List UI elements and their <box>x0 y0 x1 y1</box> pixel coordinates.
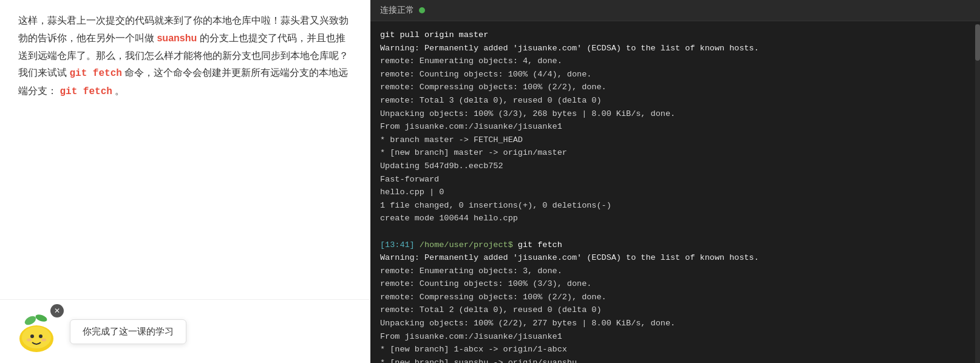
text-period: 。 <box>115 86 124 96</box>
terminal-line: remote: Enumerating objects: 3, done. <box>380 265 970 278</box>
terminal-line: From jisuanke.com:/Jisuanke/jisuanke1 <box>380 330 970 344</box>
terminal-line <box>380 225 970 239</box>
terminal-line: Warning: Permanently added 'jisuanke.com… <box>380 42 970 55</box>
code-git-fetch-2: git fetch <box>60 86 112 97</box>
terminal-line: remote: Compressing objects: 100% (2/2),… <box>380 291 970 304</box>
terminal-line: hello.cpp | 0 <box>380 186 970 199</box>
highlight-suanshu: suanshu <box>157 33 197 43</box>
code-git-fetch-1: git fetch <box>69 68 121 79</box>
terminal-panel: 连接正常 git pull origin masterWarning: Perm… <box>370 0 980 363</box>
terminal-line: git pull origin master <box>380 29 970 42</box>
scrollbar-thumb[interactable] <box>975 24 980 61</box>
terminal-line: * [new branch] master -> origin/master <box>380 146 970 160</box>
terminal-line: create mode 100644 hello.cpp <box>380 212 970 225</box>
terminal-line: * branch master -> FETCH_HEAD <box>380 134 970 147</box>
svg-point-4 <box>30 334 34 338</box>
terminal-line: remote: Counting objects: 100% (3/3), do… <box>380 277 970 291</box>
bottom-notification: ✕ 你完成了这一课的学习 <box>0 299 370 363</box>
mascot-container: ✕ <box>12 307 61 356</box>
terminal-line: Updating 5d47d9b..eecb752 <box>380 160 970 173</box>
terminal-line: From jisuanke.com:/Jisuanke/jisuanke1 <box>380 120 970 134</box>
svg-point-3 <box>35 313 48 323</box>
terminal-line: [13:41] /home/user/project$ git fetch <box>380 239 970 252</box>
terminal-line: 1 file changed, 0 insertions(+), 0 delet… <box>380 199 970 212</box>
terminal-line: remote: Total 3 (delta 0), reused 0 (del… <box>380 94 970 107</box>
terminal-line: Unpacking objects: 100% (3/3), 268 bytes… <box>380 107 970 121</box>
notification-text: 你完成了这一课的学习 <box>70 319 186 344</box>
svg-point-1 <box>22 327 51 348</box>
terminal-line: remote: Counting objects: 100% (4/4), do… <box>380 68 970 81</box>
terminal-line: * [new branch] 1-abcx -> origin/1-abcx <box>380 343 970 356</box>
terminal-title: 连接正常 <box>380 5 414 16</box>
terminal-line: Fast-forward <box>380 173 970 186</box>
terminal-line: * [new branch] suanshu -> origin/suanshu <box>380 356 970 363</box>
terminal-body[interactable]: git pull origin masterWarning: Permanent… <box>370 21 980 363</box>
svg-point-5 <box>39 334 43 338</box>
svg-point-7 <box>41 339 46 342</box>
terminal-line: remote: Total 2 (delta 0), reused 0 (del… <box>380 304 970 317</box>
terminal-header: 连接正常 <box>370 0 980 21</box>
svg-point-6 <box>27 339 32 342</box>
close-button[interactable]: ✕ <box>50 304 64 317</box>
connection-status-dot <box>419 7 425 13</box>
svg-point-2 <box>23 314 37 327</box>
terminal-line: remote: Enumerating objects: 4, done. <box>380 55 970 68</box>
terminal-line: Warning: Permanently added 'jisuanke.com… <box>380 251 970 265</box>
body-text: 这样，蒜头君上一次提交的代码就来到了你的本地仓库中啦！蒜头君又兴致勃勃的告诉你，… <box>18 12 352 101</box>
left-panel: 这样，蒜头君上一次提交的代码就来到了你的本地仓库中啦！蒜头君又兴致勃勃的告诉你，… <box>0 0 370 363</box>
terminal-line: Unpacking objects: 100% (2/2), 277 bytes… <box>380 317 970 330</box>
scrollbar[interactable] <box>975 24 980 363</box>
terminal-line: remote: Compressing objects: 100% (2/2),… <box>380 81 970 94</box>
